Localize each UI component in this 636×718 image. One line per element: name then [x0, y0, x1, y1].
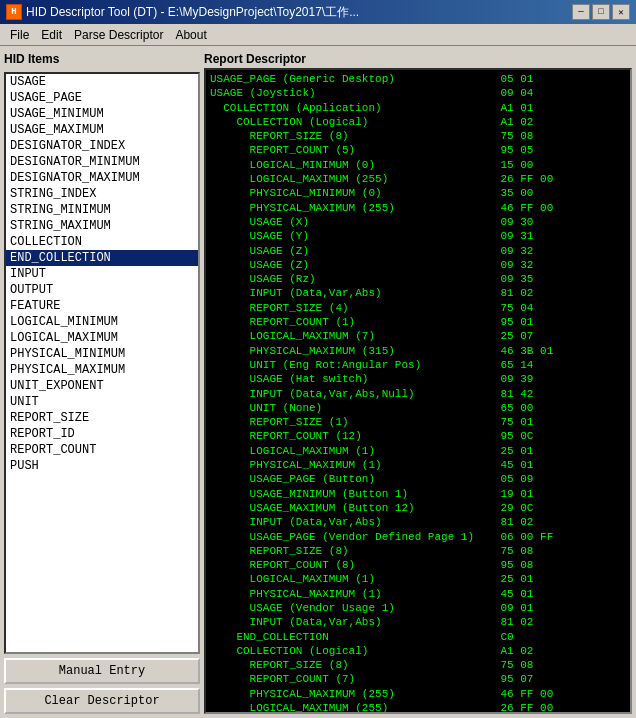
- list-item[interactable]: STRING_MINIMUM: [6, 202, 198, 218]
- report-line: PHYSICAL_MAXIMUM (1) 45 01: [210, 458, 626, 472]
- report-line: REPORT_SIZE (8) 75 08: [210, 658, 626, 672]
- list-item[interactable]: USAGE_PAGE: [6, 90, 198, 106]
- report-line: REPORT_SIZE (8) 75 08: [210, 544, 626, 558]
- list-item[interactable]: PHYSICAL_MINIMUM: [6, 346, 198, 362]
- report-line: REPORT_COUNT (8) 95 08: [210, 558, 626, 572]
- report-line: USAGE (Hat switch) 09 39: [210, 372, 626, 386]
- report-line: INPUT (Data,Var,Abs) 81 02: [210, 515, 626, 529]
- menu-about[interactable]: About: [169, 26, 212, 44]
- list-item[interactable]: STRING_INDEX: [6, 186, 198, 202]
- list-item[interactable]: UNIT: [6, 394, 198, 410]
- report-scroll[interactable]: USAGE_PAGE (Generic Desktop) 05 01USAGE …: [206, 70, 630, 712]
- report-line: REPORT_COUNT (12) 95 0C: [210, 429, 626, 443]
- list-item[interactable]: USAGE_MINIMUM: [6, 106, 198, 122]
- list-item[interactable]: LOGICAL_MAXIMUM: [6, 330, 198, 346]
- list-item[interactable]: DESIGNATOR_MAXIMUM: [6, 170, 198, 186]
- report-line: USAGE_MAXIMUM (Button 12) 29 0C: [210, 501, 626, 515]
- list-item[interactable]: FEATURE: [6, 298, 198, 314]
- report-line: USAGE (Z) 09 32: [210, 258, 626, 272]
- report-line: USAGE (Y) 09 31: [210, 229, 626, 243]
- report-line: REPORT_COUNT (7) 95 07: [210, 672, 626, 686]
- report-line: INPUT (Data,Var,Abs,Null) 81 42: [210, 387, 626, 401]
- report-line: PHYSICAL_MAXIMUM (255) 46 FF 00: [210, 687, 626, 701]
- close-button[interactable]: ✕: [612, 4, 630, 20]
- menu-parse-descriptor[interactable]: Parse Descriptor: [68, 26, 169, 44]
- report-line: INPUT (Data,Var,Abs) 81 02: [210, 286, 626, 300]
- list-item[interactable]: REPORT_SIZE: [6, 410, 198, 426]
- report-line: PHYSICAL_MAXIMUM (1) 45 01: [210, 587, 626, 601]
- list-item[interactable]: COLLECTION: [6, 234, 198, 250]
- report-line: LOGICAL_MAXIMUM (1) 25 01: [210, 444, 626, 458]
- report-line: REPORT_SIZE (4) 75 04: [210, 301, 626, 315]
- report-line: USAGE (Z) 09 32: [210, 244, 626, 258]
- list-item[interactable]: REPORT_ID: [6, 426, 198, 442]
- minimize-button[interactable]: ─: [572, 4, 590, 20]
- report-line: LOGICAL_MINIMUM (0) 15 00: [210, 158, 626, 172]
- report-line: PHYSICAL_MAXIMUM (315) 46 3B 01: [210, 344, 626, 358]
- window-title: HID Descriptor Tool (DT) - E:\MyDesignPr…: [26, 4, 359, 21]
- report-line: COLLECTION (Application) A1 01: [210, 101, 626, 115]
- title-bar: H HID Descriptor Tool (DT) - E:\MyDesign…: [0, 0, 636, 24]
- report-line: LOGICAL_MAXIMUM (255) 26 FF 00: [210, 172, 626, 186]
- report-line: REPORT_SIZE (8) 75 08: [210, 129, 626, 143]
- menu-file[interactable]: File: [4, 26, 35, 44]
- list-item[interactable]: UNIT_EXPONENT: [6, 378, 198, 394]
- report-line: PHYSICAL_MAXIMUM (255) 46 FF 00: [210, 201, 626, 215]
- menu-edit[interactable]: Edit: [35, 26, 68, 44]
- report-line: REPORT_COUNT (1) 95 01: [210, 315, 626, 329]
- list-item[interactable]: DESIGNATOR_MINIMUM: [6, 154, 198, 170]
- report-line: INPUT (Data,Var,Abs) 81 02: [210, 615, 626, 629]
- report-line: REPORT_COUNT (5) 95 05: [210, 143, 626, 157]
- app-icon: H: [6, 4, 22, 20]
- report-descriptor-title: Report Descriptor: [204, 50, 632, 68]
- list-item[interactable]: DESIGNATOR_INDEX: [6, 138, 198, 154]
- manual-entry-button[interactable]: Manual Entry: [4, 658, 200, 684]
- list-item[interactable]: USAGE: [6, 74, 198, 90]
- report-line: USAGE (Vendor Usage 1) 09 01: [210, 601, 626, 615]
- list-item[interactable]: LOGICAL_MINIMUM: [6, 314, 198, 330]
- report-line: USAGE (X) 09 30: [210, 215, 626, 229]
- report-line: LOGICAL_MAXIMUM (255) 26 FF 00: [210, 701, 626, 712]
- report-line: END_COLLECTION C0: [210, 630, 626, 644]
- report-line: USAGE_PAGE (Vendor Defined Page 1) 06 00…: [210, 530, 626, 544]
- list-item[interactable]: PHYSICAL_MAXIMUM: [6, 362, 198, 378]
- report-line: USAGE_PAGE (Button) 05 09: [210, 472, 626, 486]
- report-line: USAGE (Rz) 09 35: [210, 272, 626, 286]
- list-item[interactable]: USAGE_MAXIMUM: [6, 122, 198, 138]
- report-line: USAGE_MINIMUM (Button 1) 19 01: [210, 487, 626, 501]
- hid-items-title: HID Items: [4, 50, 200, 68]
- list-item[interactable]: REPORT_COUNT: [6, 442, 198, 458]
- list-item[interactable]: STRING_MAXIMUM: [6, 218, 198, 234]
- menubar: File Edit Parse Descriptor About: [0, 24, 636, 46]
- maximize-button[interactable]: □: [592, 4, 610, 20]
- list-item[interactable]: OUTPUT: [6, 282, 198, 298]
- clear-descriptor-button[interactable]: Clear Descriptor: [4, 688, 200, 714]
- report-line: PHYSICAL_MINIMUM (0) 35 00: [210, 186, 626, 200]
- list-item[interactable]: INPUT: [6, 266, 198, 282]
- hid-items-list[interactable]: USAGEUSAGE_PAGEUSAGE_MINIMUMUSAGE_MAXIMU…: [6, 74, 198, 652]
- report-line: LOGICAL_MAXIMUM (1) 25 01: [210, 572, 626, 586]
- report-line: COLLECTION (Logical) A1 02: [210, 644, 626, 658]
- report-line: USAGE (Joystick) 09 04: [210, 86, 626, 100]
- list-item[interactable]: END_COLLECTION: [6, 250, 198, 266]
- report-line: REPORT_SIZE (1) 75 01: [210, 415, 626, 429]
- report-line: LOGICAL_MAXIMUM (7) 25 07: [210, 329, 626, 343]
- report-line: COLLECTION (Logical) A1 02: [210, 115, 626, 129]
- report-line: UNIT (Eng Rot:Angular Pos) 65 14: [210, 358, 626, 372]
- report-line: UNIT (None) 65 00: [210, 401, 626, 415]
- report-line: USAGE_PAGE (Generic Desktop) 05 01: [210, 72, 626, 86]
- list-item[interactable]: PUSH: [6, 458, 198, 474]
